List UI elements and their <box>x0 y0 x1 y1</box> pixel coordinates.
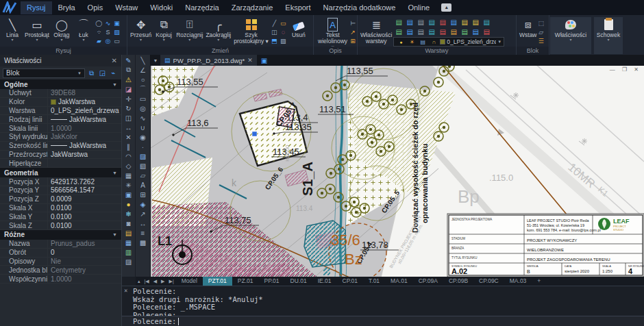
explode-icon[interactable]: ✳ <box>123 180 134 190</box>
clipboard-button[interactable]: Schowek▾ <box>594 17 623 54</box>
ellipse-icon[interactable]: ◯ <box>95 18 103 27</box>
insert-block-button[interactable]: ⧈Wstaw <box>518 17 538 39</box>
prop-row-skala-y[interactable]: Skala Y0.0100 <box>0 212 121 221</box>
dimension-icon[interactable]: ⊢ <box>350 18 356 27</box>
layer-unisolate-icon[interactable]: ▤ <box>404 27 415 36</box>
table-icon[interactable]: ⊞ <box>138 190 149 199</box>
trim-icon[interactable]: ✕ <box>123 132 134 142</box>
scale-small-icon[interactable]: ▭ <box>279 18 288 27</box>
layer-new-icon[interactable]: ▤ <box>459 27 470 36</box>
ribbon-tab-eksport[interactable]: Eksport <box>279 1 317 14</box>
table-icon[interactable]: ⊞ <box>350 36 356 45</box>
prop-row-wspolczynnik[interactable]: Współczynnik j...1.0000 <box>0 275 121 284</box>
stretch-icon[interactable]: ↔ <box>123 123 134 132</box>
last-layout-icon[interactable]: ▶| <box>167 279 176 284</box>
region-small-icon[interactable]: ▭ <box>112 36 121 45</box>
ribbon-tab-rysuj[interactable]: Rysuj <box>21 1 52 14</box>
revision-cloud-icon[interactable]: ∪ <box>138 123 149 132</box>
prop-row-rodzaj-linii[interactable]: Rodzaj liniiJakWarstwa <box>0 115 121 124</box>
layout-tab-cp09a[interactable]: CP.09A <box>413 277 443 286</box>
line-icon[interactable]: ╲ <box>138 55 149 65</box>
line-button[interactable]: ╲Linia▾ <box>1 17 23 42</box>
copy-icon[interactable]: ⧉ <box>123 65 134 75</box>
wipeout-icon[interactable]: ▩ <box>138 238 149 247</box>
expand-tabs-icon[interactable]: ▴ <box>136 279 143 284</box>
spline-icon[interactable]: S <box>103 27 112 36</box>
rotate-icon[interactable]: ↻ <box>123 103 134 113</box>
leader-icon[interactable]: ↗ <box>350 27 356 36</box>
layout-tab-t01[interactable]: T.01 <box>363 277 385 286</box>
layout-tab-pz01[interactable]: PZ.01 <box>232 277 259 286</box>
create-block-icon[interactable]: ⬚ <box>538 18 545 27</box>
prop-row-pozycja-x[interactable]: Pozycja X6429173.7262 <box>0 177 121 186</box>
ribbon-tab-wstaw[interactable]: Wstaw <box>109 1 144 14</box>
region-icon[interactable]: ▱ <box>138 171 149 180</box>
prop-row-skala-x[interactable]: Skala X0.0100 <box>0 204 121 213</box>
block-icon[interactable]: ◈ <box>138 199 149 209</box>
prop-row-jednostka-bloku[interactable]: Jednostka blokuCentymetry <box>0 266 121 275</box>
drawing-viewport[interactable]: 113,55 113,55 113,6 113,4 113,35 113,45 … <box>151 66 644 277</box>
prop-row-warstwa[interactable]: Warstwa0_LPS_zieleń_drzewa <box>0 107 121 116</box>
spline-icon[interactable]: ∿ <box>138 113 149 123</box>
layout-tab-ie01[interactable]: IE.01 <box>312 277 337 286</box>
next-layout-icon[interactable]: ▶ <box>159 279 166 284</box>
rectangle-button[interactable]: ▭Prostokąt▾ <box>23 17 51 42</box>
prop-row-nazwa[interactable]: NazwaPrunus_padus <box>0 240 121 249</box>
layer-translate-icon[interactable]: ▤ <box>481 27 492 36</box>
layer-isolate-icon[interactable]: ▤ <box>393 27 404 36</box>
bulb-on-icon[interactable]: ● <box>123 199 134 209</box>
section-header-geometria[interactable]: Geometria▼ <box>0 168 121 177</box>
ribbon-tab-opis[interactable]: Opis <box>82 1 110 14</box>
layers-copy-icon[interactable]: ⬒ <box>270 36 279 45</box>
trim-small-icon[interactable]: ╱ <box>270 18 279 27</box>
layer-merge-icon[interactable]: ▤ <box>415 27 426 36</box>
multiline-icon[interactable]: ≡ <box>138 228 149 238</box>
prop-row-szerokosc-linii[interactable]: Szerokość liniiJakWarstwa <box>0 142 121 151</box>
match-properties-icon[interactable]: ✎ <box>123 55 134 65</box>
lock-icon[interactable]: ◙ <box>123 218 134 228</box>
hatch-icon[interactable]: ▨ <box>138 151 149 161</box>
toggle-pickadd-icon[interactable]: ⧉ <box>87 69 96 77</box>
layer-off-icon[interactable]: ▤ <box>404 17 415 27</box>
erase-icon[interactable]: ◪ <box>123 84 134 94</box>
hatch-small-icon[interactable]: ▨ <box>112 27 121 36</box>
chamfer-icon[interactable]: ◇ <box>123 161 134 171</box>
paste-icon[interactable]: ▣ <box>123 190 134 199</box>
command-line-panel[interactable]: ✕ Polecenie: Wskaż drugi narożnik: *Anul… <box>122 286 644 326</box>
offset-icon[interactable]: ∥ <box>123 142 134 151</box>
layer-lock-icon[interactable]: ▤ <box>437 17 448 27</box>
layer-delete-icon[interactable]: ▤ <box>426 27 437 36</box>
mirror-icon[interactable]: ◫ <box>123 113 134 123</box>
ray-icon[interactable]: ↗ <box>138 209 149 218</box>
layer-dropdown[interactable]: ● ☀ ▤ ∩ 0_LPS_zieleń_drzew ▼ <box>393 37 504 47</box>
ribbon-tab-online[interactable]: Online <box>401 1 436 14</box>
prop-row-kolor[interactable]: KolorJakWarstwa <box>0 98 121 107</box>
move-icon[interactable]: ✛ <box>123 94 134 103</box>
layer-thaw-icon[interactable]: ▤ <box>426 17 437 27</box>
prop-row-pozycja-z[interactable]: Pozycja Z0.0009 <box>0 195 121 204</box>
prop-row-opisowy[interactable]: OpisowyNie <box>0 258 121 266</box>
first-layout-icon[interactable]: |◀ <box>143 279 151 284</box>
ribbon-tab-zarzadzanie[interactable]: Zarządzanie <box>225 1 280 14</box>
copy-button[interactable]: ⧉Kopiuj▾ <box>153 17 175 42</box>
folder-open-icon[interactable]: ▤ <box>123 228 134 238</box>
layer-copy-icon[interactable]: ▤ <box>448 27 459 36</box>
drawing-file-tab[interactable]: ▤ PW_PP.P._D_2013.dwg* ✕ <box>160 55 257 66</box>
gradient-icon[interactable]: ▧ <box>138 161 149 171</box>
ribbon-collapse-icon[interactable]: ▴ <box>441 3 451 12</box>
new-drawing-icon[interactable]: ▣ <box>261 57 267 64</box>
ellipse-icon[interactable]: ◎ <box>138 103 149 113</box>
freeze-icon[interactable]: ❄ <box>123 209 134 218</box>
point-icon[interactable]: ∙ <box>138 142 149 151</box>
drawing-window-controls[interactable]: — ❐ ✕ <box>610 66 641 73</box>
layer-prev-icon[interactable]: ▤ <box>481 17 492 27</box>
polyline-icon[interactable]: ∠ <box>138 65 149 75</box>
attributes-icon[interactable]: ☰ <box>538 36 545 45</box>
prop-row-przezroczystosc[interactable]: PrzeźroczystośćJakWarstwa <box>0 151 121 160</box>
circle-button[interactable]: ◯Okrąg▾ <box>51 17 73 42</box>
close-icon[interactable]: ✕ <box>112 57 117 64</box>
ribbon-tab-widoki[interactable]: Widoki <box>144 1 179 14</box>
ribbon-tab-bryla[interactable]: Bryła <box>52 1 82 14</box>
move-button[interactable]: ✥Przesuń▾ <box>129 17 153 42</box>
layout-tab-cp01[interactable]: CP.01 <box>337 277 364 286</box>
